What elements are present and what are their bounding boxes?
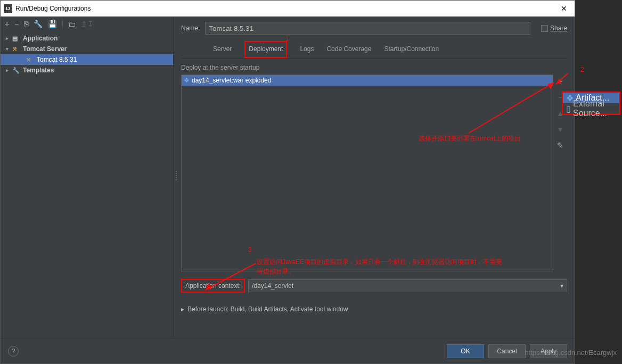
app-logo-icon: IJ [4,4,12,13]
edit-config-button[interactable]: 🔧 [34,20,43,28]
share-checkbox[interactable] [541,25,548,32]
tab-bar: Server Deployment Logs Code Coverage Sta… [181,42,567,59]
deploy-area: ❖ day14_servlet:war exploded + − ▲ ▼ ✎ [181,75,567,271]
dialog-window: IJ Run/Debug Configurations ✕ + − ⎘ 🔧 💾 … [0,0,575,364]
sort-button[interactable]: ↥↧ [81,20,94,28]
config-editor-pane: Name: Share Server Deployment Logs Code … [174,16,575,338]
application-icon: ▤ [12,35,21,42]
cancel-button[interactable]: Cancel [488,344,526,358]
tree-label: Application [23,35,58,42]
popup-label: External Source... [573,99,616,118]
chevron-down-icon: ▾ [560,282,563,289]
application-context-label: Application context: [181,279,245,293]
tab-startup-connection[interactable]: Startup/Connection [384,42,439,58]
deploy-section-label: Deploy at the server startup [181,64,567,71]
name-input[interactable] [205,22,530,35]
tomcat-icon [26,56,35,63]
name-row: Name: Share [181,22,567,35]
popup-item-external-source[interactable]: ▯ External Source... [563,103,619,114]
help-button[interactable]: ? [8,346,19,357]
tab-deployment[interactable]: Deployment [244,41,287,58]
sidebar-toolbar: + − ⎘ 🔧 💾 🗀 ↥↧ [1,16,173,31]
main-split: + − ⎘ 🔧 💾 🗀 ↥↧ ▸ ▤ Application [1,16,575,338]
add-config-button[interactable]: + [5,20,9,28]
remove-config-button[interactable]: − [14,20,19,28]
dialog-body: + − ⎘ 🔧 💾 🗀 ↥↧ ▸ ▤ Application [1,16,575,363]
artifact-icon: ❖ [566,93,574,103]
share-label: Share [550,24,567,32]
application-context-row: Application context: /day14_servlet ▾ [181,279,567,293]
tree-item-tomcat-8531[interactable]: Tomcat 8.5.31 [1,54,173,65]
tab-logs[interactable]: Logs [300,42,314,58]
config-tree[interactable]: ▸ ▤ Application ▾ Tomcat Server Tomcat 8… [1,31,173,338]
tree-node-tomcat-server[interactable]: ▾ Tomcat Server [1,44,173,54]
add-deploy-button[interactable]: + [555,77,565,86]
application-context-select[interactable]: /day14_servlet ▾ [248,279,567,292]
window-title: Run/Debug Configurations [15,5,556,12]
title-bar: IJ Run/Debug Configurations ✕ [1,1,575,16]
before-launch-label: Before launch: Build, Build Artifacts, A… [187,305,348,313]
tree-label: Tomcat 8.5.31 [37,56,77,63]
tree-label: Tomcat Server [23,45,67,53]
context-value: /day14_servlet [252,282,293,289]
deploy-list[interactable]: ❖ day14_servlet:war exploded [181,75,553,271]
artifact-label: day14_servlet:war exploded [192,77,271,84]
edit-deploy-button[interactable]: ✎ [555,140,565,150]
tab-code-coverage[interactable]: Code Coverage [326,42,371,58]
save-config-button[interactable]: 💾 [48,20,57,28]
external-source-icon: ▯ [566,104,571,114]
collapse-icon: ▾ [6,46,12,52]
window-close-button[interactable]: ✕ [556,4,571,13]
dialog-footer: ? OK Cancel Apply [1,338,575,363]
configurations-sidebar: + − ⎘ 🔧 💾 🗀 ↥↧ ▸ ▤ Application [1,16,174,338]
folder-button[interactable]: 🗀 [68,20,76,28]
move-down-button[interactable]: ▼ [555,125,565,134]
splitter-grip[interactable] [175,171,178,187]
before-launch-section[interactable]: ▸ Before launch: Build, Build Artifacts,… [181,305,567,313]
templates-icon: 🔧 [12,67,21,74]
tab-server[interactable]: Server [213,42,232,58]
copy-config-button[interactable]: ⎘ [24,20,28,28]
watermark: https://blog.csdn.net/Ecargwjx [525,349,617,357]
expand-arrow-icon: ▸ [181,305,184,313]
expand-icon: ▸ [6,68,12,73]
add-artifact-popup: ❖ Artifact... ▯ External Source... [562,92,620,115]
share-option[interactable]: Share [541,24,567,32]
tomcat-icon [12,46,21,53]
ok-button[interactable]: OK [447,344,484,358]
tree-node-application[interactable]: ▸ ▤ Application [1,33,173,44]
name-label: Name: [181,24,200,32]
tree-node-templates[interactable]: ▸ 🔧 Templates [1,65,173,76]
deploy-artifact-item[interactable]: ❖ day14_servlet:war exploded [182,75,553,86]
artifact-icon: ❖ [184,77,190,84]
expand-icon: ▸ [6,36,12,41]
annotation-number-2: 2 [580,66,584,73]
toolbar-divider [62,20,63,28]
tree-label: Templates [23,67,54,74]
